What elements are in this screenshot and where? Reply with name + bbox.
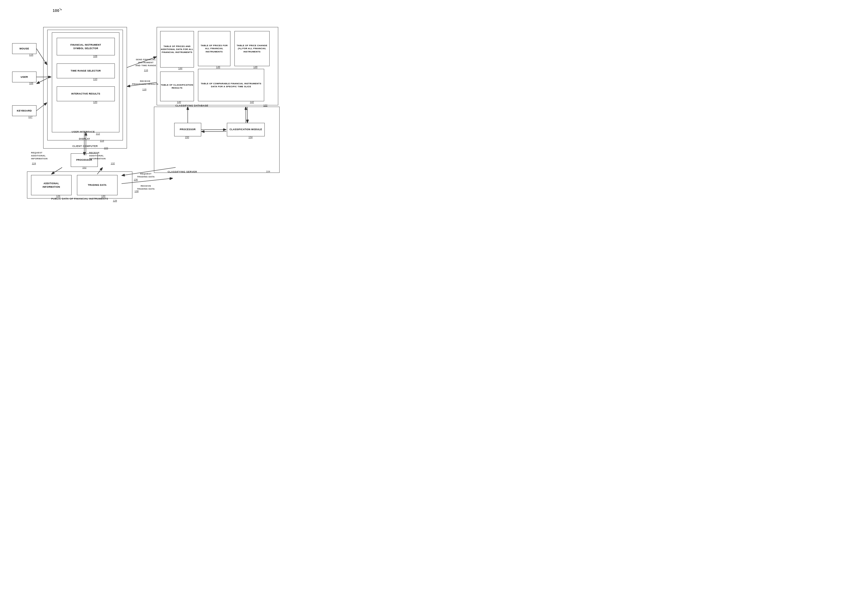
user-ref: 106 bbox=[29, 82, 33, 85]
trading-data-ref: 130 bbox=[101, 195, 105, 197]
ui-ref: 112 bbox=[96, 132, 100, 135]
keyboard-ref: 117 bbox=[28, 116, 32, 118]
mouse-box: MOUSE bbox=[12, 43, 36, 54]
table-price-change-box: TABLE OF PRICE CHANGE (%) FOR ALL FINANC… bbox=[234, 31, 270, 66]
classification-module-ref: 134 bbox=[248, 136, 253, 138]
request-trading-label: REQUESTTRADING DATA bbox=[132, 172, 159, 178]
additional-info-box: ADDITIONALINFORMATION bbox=[31, 175, 72, 195]
mouse-ref: 115 bbox=[29, 53, 33, 56]
receive-processed-ref: 118 bbox=[142, 88, 146, 91]
classifying-server-box bbox=[154, 107, 280, 173]
display-ref: 114 bbox=[100, 139, 104, 142]
table-comparable-box: TABLE OF COMPARABLE FINANCIAL INSTRUMENT… bbox=[198, 69, 264, 101]
receive-additional-label: RECEIVEADDITIONALINFORMATION bbox=[89, 151, 120, 160]
classifying-database-label: CLASSIFYING DATABASE bbox=[158, 104, 226, 107]
time-range-selector-box: TIME RANGE SELECTOR bbox=[57, 63, 115, 78]
display-label: DISPLAY bbox=[49, 137, 119, 141]
trading-data-box: TRADING DATA bbox=[77, 175, 118, 195]
ui-label: USER INTERFACE bbox=[53, 130, 113, 134]
title-ref: 100 bbox=[53, 8, 60, 14]
table-comparable-ref: 142 bbox=[250, 101, 254, 104]
table-prices-all-box: TABLE OF PRICES FOR ALL FINANCIAL INSTRU… bbox=[198, 31, 230, 66]
classifying-database-ref: 122 bbox=[263, 104, 267, 107]
diagram: 100 ↘ MOUSE 115 USER 106 KEYBOARD 117 CL… bbox=[0, 0, 286, 205]
interactive-results-box: INTERACTIVE RESULTS bbox=[57, 86, 115, 101]
processor-server-box: PROCESSOR bbox=[174, 123, 201, 137]
classification-module-box: CLASSIFICATION MODULE bbox=[227, 123, 265, 137]
table-prices-all-ref: 146 bbox=[216, 66, 220, 68]
receive-processed-label: RECEIVEPROCESSED RESULTS bbox=[131, 80, 159, 86]
fi-symbol-selector-ref: 108 bbox=[93, 55, 97, 58]
receive-trading-ref: 138 bbox=[135, 190, 138, 193]
client-computer-ref: 102 bbox=[104, 147, 108, 149]
public-data-ref: 128 bbox=[113, 199, 117, 202]
request-trading-ref: 136 bbox=[134, 178, 138, 181]
send-fi-label: SEND FINANCIALINSTRUMENTAND TIME RANGE bbox=[132, 58, 159, 67]
send-fi-ref: 116 bbox=[144, 69, 148, 72]
table-classification-ref: 140 bbox=[177, 101, 181, 104]
classifying-server-ref: 104 bbox=[266, 170, 270, 173]
table-prices-additional-box: TABLE OF PRICES AND ADDITIONAL DATA FOR … bbox=[160, 31, 194, 68]
client-computer-label: CLIENT COMPUTER bbox=[47, 145, 123, 148]
keyboard-box: KEYBOARD bbox=[12, 105, 36, 116]
receive-additional-ref: 132 bbox=[111, 162, 115, 165]
request-additional-ref: 124 bbox=[32, 162, 36, 165]
fi-symbol-selector-box: FINANCIAL INSTRUMENTSYMBOL SELECTOR bbox=[57, 38, 115, 55]
processor-server-ref: 150 bbox=[185, 136, 189, 138]
processor-client-ref: 152 bbox=[82, 166, 86, 169]
table-prices-additional-ref: 144 bbox=[178, 67, 182, 70]
time-range-selector-ref: 110 bbox=[93, 78, 97, 80]
user-box: USER bbox=[12, 72, 36, 82]
table-price-change-ref: 148 bbox=[253, 66, 258, 68]
classifying-server-label: CLASSIFYING SERVER bbox=[155, 170, 209, 174]
additional-info-ref: 126 bbox=[56, 195, 60, 197]
request-additional-label: REQUESTADDITIONALINFORMATION bbox=[31, 151, 60, 160]
table-classification-box: TABLE OF CLASSIFICATION RESULTS bbox=[160, 72, 194, 101]
interactive-results-ref: 120 bbox=[93, 101, 97, 104]
